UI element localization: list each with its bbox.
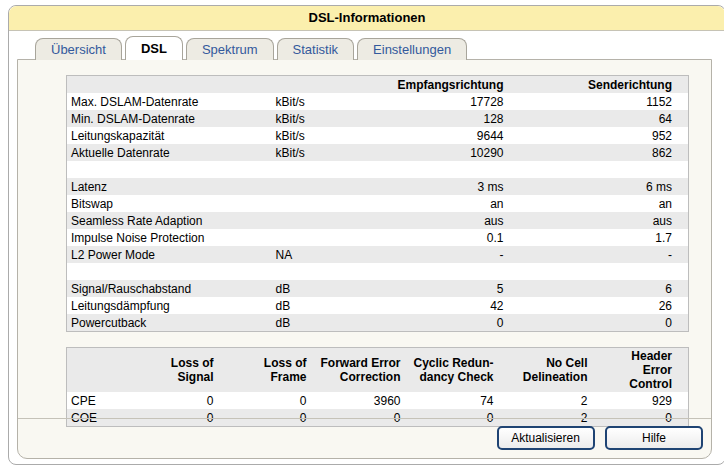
row-tx-value: 0 — [512, 314, 689, 332]
row-unit — [272, 229, 372, 246]
row-unit: kBit/s — [272, 127, 372, 144]
table-row: Seamless Rate Adaption aus aus — [67, 212, 689, 229]
table-row: Latenz 3 ms 6 ms — [67, 178, 689, 195]
row-unit: NA — [272, 246, 372, 263]
tab-dsl[interactable]: DSL — [125, 36, 183, 60]
help-button[interactable]: Hilfe — [605, 426, 703, 450]
row-rx-value: 42 — [372, 297, 512, 314]
button-bar: Aktualisieren Hilfe — [18, 418, 711, 458]
tab-spektrum[interactable]: Spektrum — [186, 38, 274, 60]
row-label: Latenz — [67, 178, 272, 195]
row-rx-value: 3 ms — [372, 178, 512, 195]
tab-uebersicht[interactable]: Übersicht — [35, 38, 122, 60]
row-unit — [272, 178, 372, 195]
row-unit: dB — [272, 297, 372, 314]
row-label: Seamless Rate Adaption — [67, 212, 272, 229]
row-unit — [272, 195, 372, 212]
row-rx-value: 128 — [372, 110, 512, 127]
table-row: Leitungskapazität kBit/s 9644 952 — [67, 127, 689, 144]
row-label: Signal/Rauschabstand — [67, 280, 272, 297]
dsl-values-table: Empfangsrichtung Senderichtung Max. DSLA… — [66, 75, 689, 332]
table-row: Impulse Noise Protection 0.1 1.7 — [67, 229, 689, 246]
row-label: CPE — [67, 392, 129, 409]
row-label: Leitungskapazität — [67, 127, 272, 144]
window-title: DSL-Informationen — [9, 6, 724, 31]
row-unit — [272, 212, 372, 229]
table-spacer-row — [67, 263, 689, 280]
table-row-cpe: CPE 0 0 3960 74 2 929 — [67, 392, 689, 409]
dsl-info-window: DSL-Informationen Übersicht DSL Spektrum… — [8, 5, 724, 465]
row-rx-value: - — [372, 246, 512, 263]
row-tx-value: 1.7 — [512, 229, 689, 246]
row-unit: kBit/s — [272, 110, 372, 127]
cpe-no-cell-delineation: 2 — [502, 392, 596, 409]
row-tx-value: - — [512, 246, 689, 263]
panel-content: Empfangsrichtung Senderichtung Max. DSLA… — [18, 60, 711, 427]
header-header-error-control: Header Error Control — [596, 348, 689, 393]
error-counters-table: Loss of Signal Loss of Frame Forward Err… — [66, 347, 689, 427]
header-senderichtung: Senderichtung — [512, 76, 689, 94]
table-row: Signal/Rauschabstand dB 5 6 — [67, 280, 689, 297]
cpe-loss-of-frame: 0 — [222, 392, 315, 409]
row-tx-value: 6 — [512, 280, 689, 297]
row-tx-value: 26 — [512, 297, 689, 314]
row-label: Min. DSLAM-Datenrate — [67, 110, 272, 127]
header-empty — [67, 76, 272, 94]
table-row: Bitswap an an — [67, 195, 689, 212]
row-rx-value: 17728 — [372, 93, 512, 110]
tab-einstellungen[interactable]: Einstellungen — [357, 38, 467, 60]
row-unit: kBit/s — [272, 144, 372, 161]
cpe-cyclic-redundancy-check: 74 — [409, 392, 502, 409]
header-empfangsrichtung: Empfangsrichtung — [372, 76, 512, 94]
row-rx-value: 0 — [372, 314, 512, 332]
row-unit: dB — [272, 280, 372, 297]
row-label: Impulse Noise Protection — [67, 229, 272, 246]
row-label: Powercutback — [67, 314, 272, 332]
row-label: Leitungsdämpfung — [67, 297, 272, 314]
header-empty — [272, 76, 372, 94]
row-tx-value: 862 — [512, 144, 689, 161]
table-row: L2 Power Mode NA - - — [67, 246, 689, 263]
table-row: Max. DSLAM-Datenrate kBit/s 17728 1152 — [67, 93, 689, 110]
row-rx-value: 9644 — [372, 127, 512, 144]
header-loss-of-frame: Loss of Frame — [222, 348, 315, 393]
row-tx-value: 952 — [512, 127, 689, 144]
table-row: Min. DSLAM-Datenrate kBit/s 128 64 — [67, 110, 689, 127]
header-forward-error-correction: Forward Error Correction — [315, 348, 409, 393]
row-tx-value: 64 — [512, 110, 689, 127]
row-rx-value: 10290 — [372, 144, 512, 161]
cpe-forward-error-correction: 3960 — [315, 392, 409, 409]
row-unit: kBit/s — [272, 93, 372, 110]
row-label: Bitswap — [67, 195, 272, 212]
table-row: Powercutback dB 0 0 — [67, 314, 689, 332]
header-empty — [67, 348, 129, 393]
row-rx-value: an — [372, 195, 512, 212]
cpe-header-error-control: 929 — [596, 392, 689, 409]
header-loss-of-signal: Loss of Signal — [129, 348, 222, 393]
table-spacer-row — [67, 161, 689, 178]
row-rx-value: aus — [372, 212, 512, 229]
header-cyclic-redundancy-check: Cyclic Redun- dancy Check — [409, 348, 502, 393]
table-row: Leitungsdämpfung dB 42 26 — [67, 297, 689, 314]
tab-bar: Übersicht DSL Spektrum Statistik Einstel… — [35, 37, 724, 60]
table-row: Aktuelle Datenrate kBit/s 10290 862 — [67, 144, 689, 161]
row-tx-value: aus — [512, 212, 689, 229]
row-label: Aktuelle Datenrate — [67, 144, 272, 161]
table-header-row: Loss of Signal Loss of Frame Forward Err… — [67, 348, 689, 393]
row-unit: dB — [272, 314, 372, 332]
row-tx-value: 6 ms — [512, 178, 689, 195]
row-rx-value: 5 — [372, 280, 512, 297]
table-header-row: Empfangsrichtung Senderichtung — [67, 76, 689, 94]
tab-statistik[interactable]: Statistik — [277, 38, 355, 60]
header-no-cell-delineation: No Cell Delineation — [502, 348, 596, 393]
refresh-button[interactable]: Aktualisieren — [497, 426, 595, 450]
row-tx-value: 1152 — [512, 93, 689, 110]
row-label: L2 Power Mode — [67, 246, 272, 263]
row-tx-value: an — [512, 195, 689, 212]
tab-panel: Empfangsrichtung Senderichtung Max. DSLA… — [17, 59, 712, 459]
row-rx-value: 0.1 — [372, 229, 512, 246]
row-label: Max. DSLAM-Datenrate — [67, 93, 272, 110]
cpe-loss-of-signal: 0 — [129, 392, 222, 409]
